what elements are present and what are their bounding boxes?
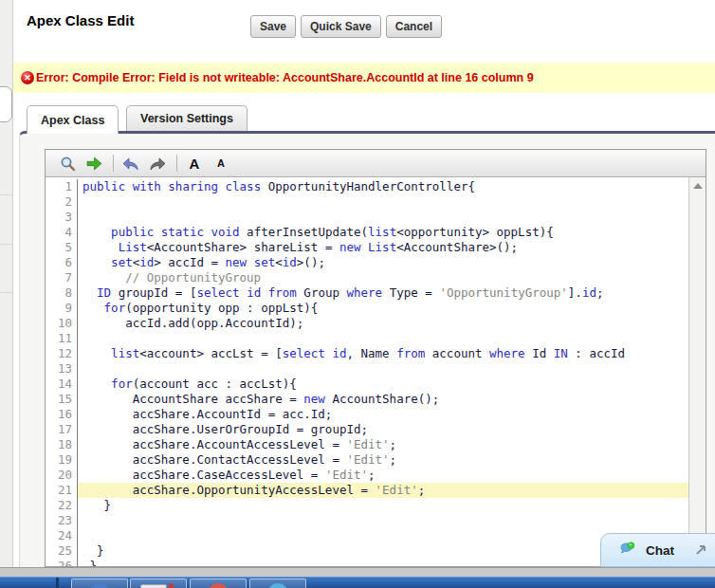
line-number: 15: [46, 392, 78, 407]
code-line[interactable]: 14 for(account acc : accLst){: [46, 377, 689, 392]
code-area[interactable]: 1public with sharing class OpportunityHa…: [46, 177, 689, 566]
code-line[interactable]: 11: [46, 331, 689, 346]
line-text: set<id> accId = new set<id>();: [78, 255, 689, 270]
apex-class-edit-page: Apex Class Edit Save Quick Save Cancel E…: [0, 0, 715, 588]
app-icon-badge: [169, 583, 174, 588]
go-to-line-icon[interactable]: [83, 154, 104, 173]
error-banner: Error: Compile Error: Field is not write…: [13, 63, 715, 93]
line-text: public with sharing class OpportunityHan…: [78, 179, 689, 194]
line-number: 17: [46, 422, 78, 437]
line-text: List<AccountShare> shareList = new List<…: [78, 240, 689, 255]
cancel-button[interactable]: Cancel: [386, 15, 442, 38]
code-line[interactable]: 5 List<AccountShare> shareList = new Lis…: [46, 240, 689, 255]
line-text: [78, 528, 689, 543]
collapsed-sidebar-strip: [0, 0, 13, 567]
font-decrease-icon[interactable]: A: [211, 154, 231, 173]
code-line[interactable]: 18 accShare.AccountAccessLevel = 'Edit';: [46, 437, 689, 452]
code-editor[interactable]: A A 1public with sharing class Opportuni…: [45, 149, 706, 567]
save-button[interactable]: Save: [250, 15, 296, 38]
code-line[interactable]: 8 ID groupId = [select id from Group whe…: [46, 285, 689, 301]
line-number: 20: [46, 468, 78, 483]
quick-save-button[interactable]: Quick Save: [301, 15, 381, 38]
tab-label: Apex Class: [41, 114, 104, 127]
line-number: 8: [46, 285, 78, 301]
taskbar-app-icon[interactable]: [71, 579, 128, 588]
tab-version-settings[interactable]: Version Settings: [126, 105, 248, 131]
taskbar-app-icon[interactable]: [130, 579, 187, 588]
code-line[interactable]: 25 }: [46, 543, 689, 559]
line-text: accShare.AccountAccessLevel = 'Edit';: [78, 437, 689, 452]
taskbar-app-icon[interactable]: [190, 579, 247, 588]
code-line[interactable]: 24: [46, 528, 689, 543]
search-icon[interactable]: [57, 154, 78, 173]
code-line[interactable]: 13: [46, 361, 689, 377]
line-text: }: [78, 543, 689, 559]
code-line[interactable]: 2: [46, 194, 689, 210]
line-number: 13: [46, 361, 78, 377]
line-text: accShare.CaseAccessLevel = 'Edit';: [78, 468, 689, 483]
line-number: 7: [46, 270, 78, 285]
line-number: 25: [46, 543, 78, 559]
line-number: 1: [46, 179, 78, 194]
code-line[interactable]: 23: [46, 513, 689, 528]
code-line[interactable]: 3: [46, 210, 689, 225]
line-number: 5: [46, 240, 78, 255]
line-number: 24: [46, 528, 78, 543]
line-text: accShare.ContactAccessLevel = 'Edit';: [78, 452, 689, 468]
line-text: [78, 210, 689, 225]
line-text: [78, 513, 689, 528]
code-line[interactable]: 6 set<id> accId = new set<id>();: [46, 255, 689, 270]
line-text: [78, 361, 689, 377]
font-increase-icon[interactable]: A: [184, 154, 205, 173]
scroll-up-arrow-icon[interactable]: [693, 183, 703, 189]
code-lines: 1public with sharing class OpportunityHa…: [46, 179, 689, 566]
undo-icon[interactable]: [120, 154, 141, 173]
chat-expand-icon: [695, 544, 706, 556]
line-text: }: [78, 498, 689, 513]
windows-taskbar: [0, 577, 715, 588]
sidebar-divider: [0, 292, 12, 293]
app-icon: [208, 583, 229, 588]
code-line[interactable]: 20 accShare.CaseAccessLevel = 'Edit';: [46, 468, 689, 483]
line-text: // OpportunityGroup: [78, 270, 689, 285]
line-number: 14: [46, 377, 78, 392]
taskbar-app-icon[interactable]: [249, 579, 306, 588]
action-button-row: Save Quick Save Cancel: [250, 15, 442, 38]
code-line[interactable]: 19 accShare.ContactAccessLevel = 'Edit';: [46, 452, 689, 468]
line-text: for(opportunity opp : oppLst){: [78, 301, 689, 316]
line-text: accShare.OpportunityAccessLevel = 'Edit'…: [78, 483, 689, 498]
line-text: AccountShare accShare = new AccountShare…: [78, 392, 689, 407]
tab-apex-class[interactable]: Apex Class: [27, 105, 119, 134]
line-number: 22: [46, 498, 78, 513]
code-line[interactable]: 15 AccountShare accShare = new AccountSh…: [46, 392, 689, 407]
code-line[interactable]: 7 // OpportunityGroup: [46, 270, 689, 285]
code-line[interactable]: 4 public static void afterInsetUpdate(li…: [46, 225, 689, 240]
code-line[interactable]: 21 accShare.OpportunityAccessLevel = 'Ed…: [46, 483, 689, 498]
line-text: for(account acc : accLst){: [78, 377, 689, 392]
app-icon: [89, 583, 110, 588]
line-number: 6: [46, 255, 78, 270]
code-line[interactable]: 9 for(opportunity opp : oppLst){: [46, 301, 689, 316]
error-message: Error: Compile Error: Field is not write…: [36, 71, 534, 84]
toolbar-separator: [113, 155, 114, 172]
line-text: accShare.UserOrGroupId = groupId;: [78, 422, 689, 437]
code-line[interactable]: 22 }: [46, 498, 689, 513]
code-line[interactable]: 16 accShare.AccountId = acc.Id;: [46, 407, 689, 422]
code-line[interactable]: 12 list<account> accLst = [select id, Na…: [46, 346, 689, 361]
line-text: [78, 194, 689, 210]
code-line[interactable]: 26 }: [46, 559, 689, 566]
line-number: 3: [46, 210, 78, 225]
line-number: 12: [46, 346, 78, 361]
code-line[interactable]: 1public with sharing class OpportunityHa…: [46, 179, 689, 194]
collapsed-panel-fragment: [0, 86, 12, 122]
chat-widget[interactable]: Chat: [600, 533, 715, 567]
code-line[interactable]: 10 accId.add(opp.AccountId);: [46, 316, 689, 331]
taskbar-separator: [56, 578, 59, 588]
redo-icon[interactable]: [147, 154, 168, 173]
line-number: 11: [46, 331, 78, 346]
editor-vertical-scrollbar[interactable]: [688, 177, 706, 566]
code-line[interactable]: 17 accShare.UserOrGroupId = groupId;: [46, 422, 689, 437]
toolbar-separator: [176, 155, 177, 172]
chat-bubble-icon: [618, 542, 637, 559]
line-number: 19: [46, 452, 78, 468]
